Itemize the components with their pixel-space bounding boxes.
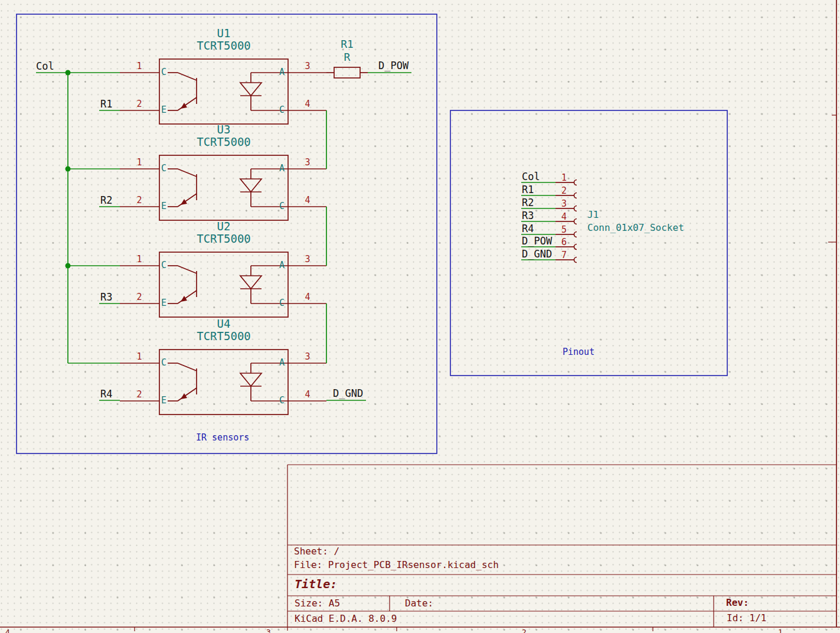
component-symbol-u2[interactable]	[120, 252, 326, 317]
connector-value[interactable]: Conn_01x07_Socket	[587, 223, 684, 233]
connector-pin-label[interactable]: R2	[522, 198, 534, 208]
net-label-d-pow[interactable]: D_POW	[378, 61, 408, 71]
connector-pin-label[interactable]: R3	[522, 211, 534, 221]
frame-zone-digit: 3	[266, 628, 271, 633]
pin-number: 4	[305, 293, 310, 302]
pinout-box-label[interactable]: Pinout	[563, 348, 594, 357]
pin-number: 3	[305, 353, 310, 361]
net-label-r2[interactable]: R2	[100, 195, 112, 205]
pin-name: A	[279, 164, 285, 173]
pin-number: 2	[136, 100, 142, 109]
resistor-ref[interactable]: R1	[341, 39, 354, 50]
resistor-symbol-r1[interactable]	[326, 67, 368, 78]
pin-number: 2	[136, 196, 142, 205]
pin-name: A	[279, 358, 285, 367]
component-value[interactable]: TCRT5000	[197, 233, 251, 244]
pin-name: E	[161, 396, 166, 405]
connector-pin-number: 5	[547, 226, 567, 234]
schematic-linework	[0, 0, 840, 633]
pin-number: 3	[305, 62, 310, 71]
pin-number: 4	[305, 196, 310, 205]
component-ref[interactable]: U3	[217, 124, 231, 135]
titleblock-file: File: Project_PCB_IRsensor.kicad_sch	[294, 560, 499, 570]
titleblock-date-label: Date:	[405, 599, 433, 608]
connector-pin-number: 2	[547, 187, 567, 195]
net-label-r3[interactable]: R3	[100, 292, 112, 302]
ir-sensors-box-label[interactable]: IR sensors	[196, 433, 249, 442]
titleblock-rev-label: Rev:	[726, 598, 749, 608]
pin-number: 1	[136, 353, 142, 361]
component-value[interactable]: TCRT5000	[197, 40, 251, 51]
pin-number: 2	[136, 390, 142, 399]
pin-name: C	[279, 106, 285, 115]
pin-number: 2	[136, 293, 142, 302]
connector-pin-number: 1	[547, 174, 567, 182]
title-block-lines	[287, 465, 836, 631]
pin-number: 1	[136, 62, 142, 71]
pin-number: 1	[136, 255, 142, 264]
titleblock-size: Size: A5	[295, 599, 340, 608]
component-value[interactable]: TCRT5000	[197, 331, 251, 342]
frame-zone-digit: 2	[522, 628, 527, 633]
pin-name: C	[279, 202, 285, 211]
net-label-r4[interactable]: R4	[100, 389, 112, 399]
schematic-canvas: U1 TCRT5000 1 2 3 4 C E A C U3 TCRT5000 …	[0, 0, 840, 633]
pin-name: E	[161, 299, 166, 308]
net-label-d-gnd[interactable]: D_GND	[333, 389, 363, 399]
connector-pin-label[interactable]: R1	[522, 185, 534, 195]
pin-name: C	[161, 261, 166, 270]
pin-name: C	[161, 164, 166, 173]
pin-number: 3	[305, 158, 310, 167]
frame-zone-digit: 4	[5, 628, 10, 633]
component-symbol-u1[interactable]	[120, 59, 326, 124]
net-label-col[interactable]: Col	[36, 61, 54, 71]
connector-pin-number: 3	[547, 200, 567, 208]
titleblock-generator: KiCad E.D.A. 8.0.9	[295, 614, 397, 624]
connector-pin-number: 6	[547, 238, 567, 247]
connector-pin-label[interactable]: R4	[522, 224, 534, 234]
component-ref[interactable]: U4	[217, 318, 231, 329]
pin-name: A	[279, 68, 285, 77]
connector-pin-number: 7	[547, 251, 567, 260]
pinout-group-box[interactable]	[450, 110, 727, 376]
frame-zone-digit: 1	[778, 628, 783, 633]
titleblock-title-label: Title:	[295, 578, 337, 590]
junction-dot[interactable]	[66, 263, 71, 269]
resistor-value[interactable]: R	[344, 52, 351, 63]
connector-pin-label[interactable]: Col	[522, 172, 540, 182]
pin-name: A	[279, 261, 285, 270]
pin-name: C	[279, 396, 285, 405]
component-symbol-u4[interactable]	[120, 350, 326, 415]
pin-name: C	[279, 299, 285, 308]
titleblock-id: Id: 1/1	[727, 614, 766, 623]
net-label-r1[interactable]: R1	[100, 99, 112, 109]
connector-ref[interactable]: J1	[587, 210, 599, 220]
connector-pin-number: 4	[547, 213, 567, 221]
junction-dot[interactable]	[66, 70, 71, 76]
component-ref[interactable]: U2	[217, 221, 231, 232]
pin-number: 4	[305, 390, 310, 399]
component-value[interactable]: TCRT5000	[197, 136, 251, 148]
junction-dot[interactable]	[66, 167, 71, 172]
pin-number: 3	[305, 255, 310, 264]
pin-number: 4	[305, 100, 310, 109]
titleblock-sheet: Sheet: /	[294, 547, 339, 556]
page-frame	[0, 0, 840, 631]
component-symbol-u3[interactable]	[120, 155, 326, 220]
pin-name: C	[161, 358, 166, 367]
pin-number: 1	[136, 158, 142, 167]
pin-name: E	[161, 106, 166, 115]
pin-name: C	[161, 68, 166, 77]
component-ref[interactable]: U1	[217, 28, 231, 39]
pin-name: E	[161, 202, 166, 211]
